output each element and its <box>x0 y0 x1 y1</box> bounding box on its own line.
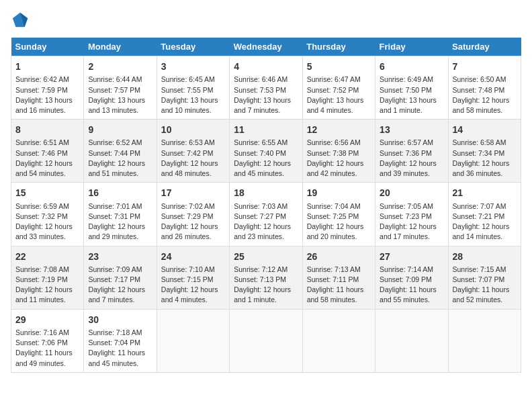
calendar-cell: 26Sunrise: 7:13 AM Sunset: 7:11 PM Dayli… <box>302 246 375 309</box>
day-number: 14 <box>453 123 517 136</box>
day-info: Sunrise: 7:02 AM Sunset: 7:29 PM Dayligh… <box>161 201 225 242</box>
day-number: 13 <box>380 123 443 136</box>
weekday-header-cell: Sunday <box>11 38 84 56</box>
day-info: Sunrise: 7:01 AM Sunset: 7:31 PM Dayligh… <box>88 201 152 242</box>
day-info: Sunrise: 6:56 AM Sunset: 7:38 PM Dayligh… <box>307 138 371 179</box>
day-number: 2 <box>88 60 152 73</box>
weekday-header-cell: Monday <box>84 38 157 56</box>
calendar-cell: 3Sunrise: 6:45 AM Sunset: 7:55 PM Daylig… <box>157 56 229 120</box>
calendar-cell: 17Sunrise: 7:02 AM Sunset: 7:29 PM Dayli… <box>157 183 229 246</box>
calendar-cell: 30Sunrise: 7:18 AM Sunset: 7:04 PM Dayli… <box>84 309 157 372</box>
day-info: Sunrise: 6:46 AM Sunset: 7:53 PM Dayligh… <box>234 75 298 116</box>
day-info: Sunrise: 7:12 AM Sunset: 7:13 PM Dayligh… <box>234 265 298 306</box>
calendar-cell: 2Sunrise: 6:44 AM Sunset: 7:57 PM Daylig… <box>84 56 157 120</box>
day-info: Sunrise: 6:52 AM Sunset: 7:44 PM Dayligh… <box>88 138 152 179</box>
day-info: Sunrise: 7:15 AM Sunset: 7:07 PM Dayligh… <box>453 265 517 306</box>
day-number: 12 <box>307 123 371 136</box>
calendar-cell: 9Sunrise: 6:52 AM Sunset: 7:44 PM Daylig… <box>84 120 157 183</box>
day-number: 30 <box>88 313 152 326</box>
calendar-cell: 1Sunrise: 6:42 AM Sunset: 7:59 PM Daylig… <box>11 56 84 120</box>
calendar-week-row: 8Sunrise: 6:51 AM Sunset: 7:46 PM Daylig… <box>11 120 521 183</box>
day-info: Sunrise: 7:18 AM Sunset: 7:04 PM Dayligh… <box>88 328 152 369</box>
calendar-cell: 18Sunrise: 7:03 AM Sunset: 7:27 PM Dayli… <box>230 183 302 246</box>
day-number: 28 <box>453 250 517 263</box>
day-number: 23 <box>88 250 152 263</box>
calendar-cell: 5Sunrise: 6:47 AM Sunset: 7:52 PM Daylig… <box>302 56 375 120</box>
weekday-header-cell: Tuesday <box>157 38 229 56</box>
weekday-header-cell: Friday <box>375 38 448 56</box>
day-number: 26 <box>307 250 371 263</box>
day-number: 3 <box>161 60 225 73</box>
day-info: Sunrise: 6:57 AM Sunset: 7:36 PM Dayligh… <box>380 138 443 179</box>
weekday-header-cell: Wednesday <box>230 38 302 56</box>
calendar-cell: 28Sunrise: 7:15 AM Sunset: 7:07 PM Dayli… <box>448 246 521 309</box>
calendar-cell: 12Sunrise: 6:56 AM Sunset: 7:38 PM Dayli… <box>302 120 375 183</box>
day-number: 7 <box>453 60 517 73</box>
day-number: 1 <box>15 60 79 73</box>
calendar-cell <box>375 309 448 372</box>
day-info: Sunrise: 6:45 AM Sunset: 7:55 PM Dayligh… <box>161 75 225 116</box>
day-number: 9 <box>88 123 152 136</box>
day-number: 8 <box>15 123 79 136</box>
calendar-table: SundayMondayTuesdayWednesdayThursdayFrid… <box>11 38 521 373</box>
calendar-week-row: 29Sunrise: 7:16 AM Sunset: 7:06 PM Dayli… <box>11 309 521 372</box>
day-number: 24 <box>161 250 225 263</box>
day-number: 25 <box>234 250 298 263</box>
calendar-cell <box>448 309 521 372</box>
day-info: Sunrise: 6:55 AM Sunset: 7:40 PM Dayligh… <box>234 138 298 179</box>
day-number: 18 <box>234 186 298 199</box>
calendar-cell <box>302 309 375 372</box>
calendar-cell <box>157 309 229 372</box>
day-number: 4 <box>234 60 298 73</box>
calendar-cell: 6Sunrise: 6:49 AM Sunset: 7:50 PM Daylig… <box>375 56 448 120</box>
day-info: Sunrise: 6:49 AM Sunset: 7:50 PM Dayligh… <box>380 75 443 116</box>
day-number: 17 <box>161 186 225 199</box>
calendar-cell: 4Sunrise: 6:46 AM Sunset: 7:53 PM Daylig… <box>230 56 302 120</box>
day-info: Sunrise: 6:58 AM Sunset: 7:34 PM Dayligh… <box>453 138 517 179</box>
calendar-week-row: 22Sunrise: 7:08 AM Sunset: 7:19 PM Dayli… <box>11 246 521 309</box>
day-info: Sunrise: 6:59 AM Sunset: 7:32 PM Dayligh… <box>15 201 79 242</box>
day-info: Sunrise: 6:44 AM Sunset: 7:57 PM Dayligh… <box>88 75 152 116</box>
calendar-cell: 14Sunrise: 6:58 AM Sunset: 7:34 PM Dayli… <box>448 120 521 183</box>
calendar-cell: 10Sunrise: 6:53 AM Sunset: 7:42 PM Dayli… <box>157 120 229 183</box>
day-info: Sunrise: 7:14 AM Sunset: 7:09 PM Dayligh… <box>380 265 443 306</box>
day-number: 27 <box>380 250 443 263</box>
day-info: Sunrise: 7:10 AM Sunset: 7:15 PM Dayligh… <box>161 265 225 306</box>
day-number: 20 <box>380 186 443 199</box>
day-number: 29 <box>15 313 79 326</box>
day-number: 5 <box>307 60 371 73</box>
day-info: Sunrise: 7:08 AM Sunset: 7:19 PM Dayligh… <box>15 265 79 306</box>
day-number: 19 <box>307 186 371 199</box>
day-info: Sunrise: 7:03 AM Sunset: 7:27 PM Dayligh… <box>234 201 298 242</box>
weekday-header-cell: Thursday <box>302 38 375 56</box>
calendar-cell: 11Sunrise: 6:55 AM Sunset: 7:40 PM Dayli… <box>230 120 302 183</box>
weekday-header-row: SundayMondayTuesdayWednesdayThursdayFrid… <box>11 38 521 56</box>
calendar-cell: 19Sunrise: 7:04 AM Sunset: 7:25 PM Dayli… <box>302 183 375 246</box>
calendar-cell: 23Sunrise: 7:09 AM Sunset: 7:17 PM Dayli… <box>84 246 157 309</box>
day-number: 21 <box>453 186 517 199</box>
logo-icon <box>11 11 30 30</box>
day-number: 6 <box>380 60 443 73</box>
calendar-cell: 25Sunrise: 7:12 AM Sunset: 7:13 PM Dayli… <box>230 246 302 309</box>
calendar-cell: 21Sunrise: 7:07 AM Sunset: 7:21 PM Dayli… <box>448 183 521 246</box>
calendar-cell: 20Sunrise: 7:05 AM Sunset: 7:23 PM Dayli… <box>375 183 448 246</box>
day-number: 15 <box>15 186 79 199</box>
day-info: Sunrise: 6:53 AM Sunset: 7:42 PM Dayligh… <box>161 138 225 179</box>
calendar-week-row: 15Sunrise: 6:59 AM Sunset: 7:32 PM Dayli… <box>11 183 521 246</box>
day-info: Sunrise: 6:51 AM Sunset: 7:46 PM Dayligh… <box>15 138 79 179</box>
day-info: Sunrise: 6:50 AM Sunset: 7:48 PM Dayligh… <box>453 75 517 116</box>
day-info: Sunrise: 7:13 AM Sunset: 7:11 PM Dayligh… <box>307 265 371 306</box>
day-info: Sunrise: 7:05 AM Sunset: 7:23 PM Dayligh… <box>380 201 443 242</box>
calendar-cell: 27Sunrise: 7:14 AM Sunset: 7:09 PM Dayli… <box>375 246 448 309</box>
weekday-header-cell: Saturday <box>448 38 521 56</box>
calendar-cell: 8Sunrise: 6:51 AM Sunset: 7:46 PM Daylig… <box>11 120 84 183</box>
calendar-cell: 16Sunrise: 7:01 AM Sunset: 7:31 PM Dayli… <box>84 183 157 246</box>
logo <box>11 11 32 30</box>
day-number: 10 <box>161 123 225 136</box>
day-number: 11 <box>234 123 298 136</box>
calendar-cell: 29Sunrise: 7:16 AM Sunset: 7:06 PM Dayli… <box>11 309 84 372</box>
day-info: Sunrise: 6:42 AM Sunset: 7:59 PM Dayligh… <box>15 75 79 116</box>
day-info: Sunrise: 6:47 AM Sunset: 7:52 PM Dayligh… <box>307 75 371 116</box>
calendar-cell: 15Sunrise: 6:59 AM Sunset: 7:32 PM Dayli… <box>11 183 84 246</box>
calendar-week-row: 1Sunrise: 6:42 AM Sunset: 7:59 PM Daylig… <box>11 56 521 120</box>
